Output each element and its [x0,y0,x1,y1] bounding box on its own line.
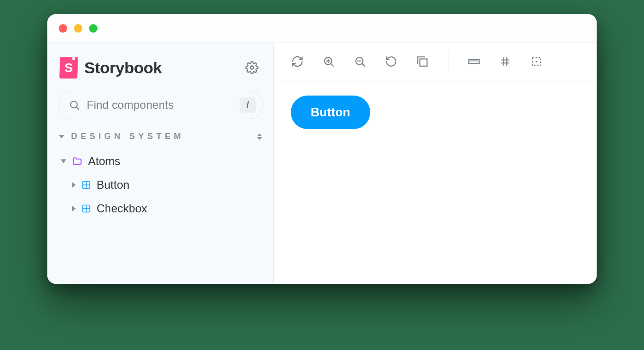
main-panel: Button [274,43,597,284]
grid-button[interactable] [498,54,513,69]
zoom-in-button[interactable] [321,54,336,69]
settings-button[interactable] [243,59,261,77]
tree-item-label: Checkbox [97,202,147,215]
window-zoom-button[interactable] [89,24,98,33]
search-input[interactable] [87,98,233,112]
tree-group-label: Atoms [88,155,120,168]
demo-button[interactable]: Button [291,96,370,129]
chevron-down-icon [61,159,66,163]
expand-collapse-icon[interactable] [257,133,262,140]
app-window: S Storybook / DESIGN SYSTEM [47,14,597,284]
toolbar-divider [448,52,448,71]
window-minimize-button[interactable] [74,24,82,33]
chevron-right-icon [72,182,76,188]
sidebar: S Storybook / DESIGN SYSTEM [47,43,274,284]
sidebar-tree: Atoms Button Checkbox [58,151,263,219]
svg-point-1 [71,101,77,108]
sidebar-section-title: DESIGN SYSTEM [71,131,184,141]
search-field[interactable]: / [58,91,263,119]
component-icon [81,180,91,190]
app-body: S Storybook / DESIGN SYSTEM [47,43,597,284]
svg-line-14 [362,64,365,66]
zoom-out-icon [354,55,366,68]
refresh-button[interactable] [290,54,305,69]
background-icon [416,55,429,68]
background-button[interactable] [415,54,430,69]
brand-name: Storybook [84,59,162,77]
tree-item-button[interactable]: Button [58,175,263,195]
svg-line-2 [77,107,79,109]
tree-item-label: Button [97,178,129,192]
search-shortcut-key: / [240,97,256,113]
gear-icon [245,61,259,74]
outline-icon [530,55,543,68]
search-icon [69,99,80,111]
window-close-button[interactable] [59,24,67,33]
outline-button[interactable] [529,54,544,69]
zoom-in-icon [322,55,335,68]
brand-row: S Storybook [58,54,263,79]
tree-group-atoms[interactable]: Atoms [58,151,263,172]
grid-icon [499,55,511,68]
zoom-out-button[interactable] [352,54,367,69]
canvas-toolbar [274,43,597,80]
canvas: Button [274,80,597,284]
refresh-icon [291,55,304,68]
sidebar-section-header[interactable]: DESIGN SYSTEM [58,131,263,141]
tree-item-checkbox[interactable]: Checkbox [58,198,263,219]
ruler-icon [468,55,480,68]
chevron-down-icon [59,135,64,139]
storybook-logo-icon: S [59,57,78,79]
chevron-right-icon [72,206,76,211]
window-titlebar [47,14,597,43]
svg-point-0 [250,66,254,70]
measure-button[interactable] [466,54,482,69]
folder-icon [72,156,82,166]
zoom-reset-icon [385,55,397,68]
svg-point-27 [536,61,537,62]
zoom-reset-button[interactable] [384,54,399,69]
svg-rect-16 [420,59,427,66]
svg-line-10 [331,64,333,66]
brand[interactable]: S Storybook [60,57,162,79]
component-icon [81,204,91,213]
